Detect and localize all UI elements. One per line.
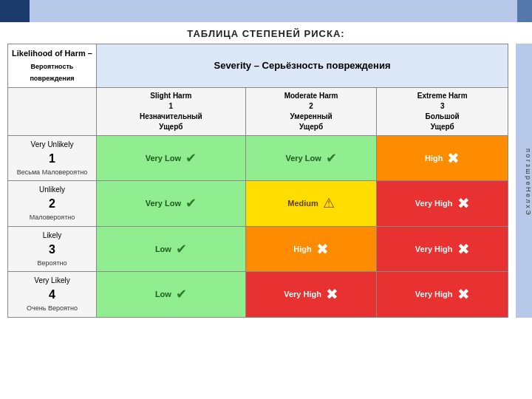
cell-r0-c0: Very Low ✔ bbox=[97, 135, 246, 181]
cross-icon: ✖ bbox=[457, 240, 470, 258]
severity-header: Severity – Серьёзность повреждения bbox=[97, 44, 508, 88]
cell-r2-c0: Low ✔ bbox=[97, 226, 246, 272]
likelihood-cell-0: Very Unlikely1Весьма Маловероятно bbox=[8, 135, 97, 181]
table-row: Very Likely4Очень Вероятно Low ✔ Very Hi… bbox=[8, 272, 508, 318]
likelihood-sub bbox=[8, 87, 97, 135]
cross-icon: ✖ bbox=[316, 240, 329, 258]
check-icon: ✔ bbox=[185, 195, 197, 211]
col-header-2: Moderate Harm 2 Умеренный Ущерб bbox=[245, 87, 377, 135]
check-icon: ✔ bbox=[185, 150, 197, 166]
cell-r2-c2: Very High ✖ bbox=[377, 226, 508, 272]
likelihood-cell-3: Very Likely4Очень Вероятно bbox=[8, 272, 97, 318]
check-icon: ✔ bbox=[176, 286, 187, 302]
table-row: Likely3Вероятно Low ✔ High ✖ Very High ✖ bbox=[8, 226, 508, 272]
cell-r1-c2: Very High ✖ bbox=[377, 181, 508, 227]
likelihood-header: Likelihood of Harm – Вероятность поврежд… bbox=[8, 44, 97, 88]
cross-icon: ✖ bbox=[457, 285, 470, 303]
cross-icon: ✖ bbox=[447, 149, 460, 167]
cell-r0-c1: Very Low ✔ bbox=[245, 135, 377, 181]
cell-r3-c0: Low ✔ bbox=[97, 272, 246, 318]
cell-r3-c2: Very High ✖ bbox=[377, 272, 508, 318]
top-bar bbox=[0, 0, 532, 22]
top-bar-light bbox=[30, 0, 517, 22]
page-title: ТАБЛИЦА СТЕПЕНЕЙ РИСКА: bbox=[0, 22, 532, 44]
cell-r1-c0: Very Low ✔ bbox=[97, 181, 246, 227]
cell-r1-c1: Medium ⚠ bbox=[245, 181, 377, 227]
table-wrapper: Likelihood of Harm – Вероятность поврежд… bbox=[0, 44, 516, 318]
table-row: Unlikely2Маловероятно Very Low ✔ Medium … bbox=[8, 181, 508, 227]
top-bar-side bbox=[517, 0, 532, 22]
top-bar-blue bbox=[0, 0, 30, 22]
side-panel: п о г з ш р е Н е л х Э bbox=[516, 44, 532, 318]
col-header-3: Extreme Harm 3 Большой Ущерб bbox=[377, 87, 508, 135]
cell-r0-c2: High ✖ bbox=[377, 135, 508, 181]
cross-icon: ✖ bbox=[326, 285, 338, 303]
likelihood-cell-1: Unlikely2Маловероятно bbox=[8, 181, 97, 227]
warn-icon: ⚠ bbox=[323, 195, 335, 211]
likelihood-cell-2: Likely3Вероятно bbox=[8, 226, 97, 272]
check-icon: ✔ bbox=[176, 241, 187, 257]
check-icon: ✔ bbox=[326, 150, 337, 166]
main-area: Likelihood of Harm – Вероятность поврежд… bbox=[0, 44, 532, 318]
risk-table: Likelihood of Harm – Вероятность поврежд… bbox=[7, 44, 508, 318]
cell-r3-c1: Very High ✖ bbox=[245, 272, 377, 318]
table-row: Very Unlikely1Весьма Маловероятно Very L… bbox=[8, 135, 508, 181]
cross-icon: ✖ bbox=[457, 194, 470, 212]
col-header-1: Slight Harm 1 Незначительный Ущерб bbox=[97, 87, 246, 135]
cell-r2-c1: High ✖ bbox=[245, 226, 377, 272]
